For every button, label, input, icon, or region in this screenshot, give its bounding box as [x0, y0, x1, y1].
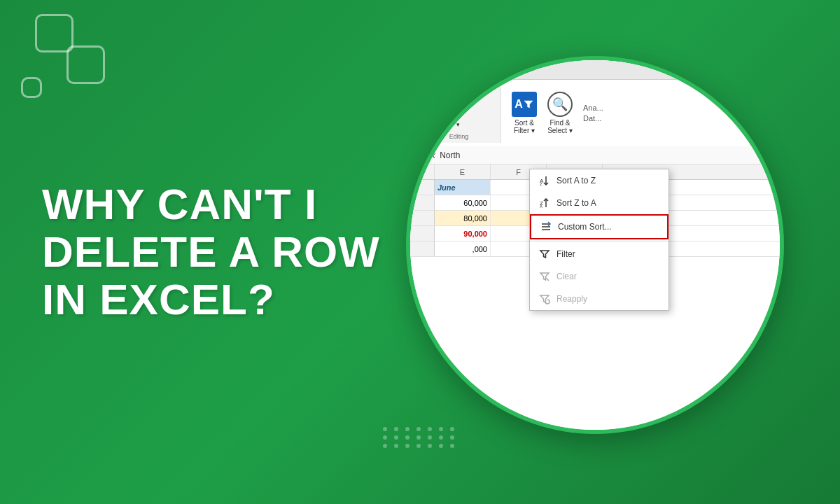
right-section: ew Developer He... Σ AutoSum ▾ ⬇ — [406, 56, 798, 448]
excel-ui: ew Developer He... Σ AutoSum ▾ ⬇ — [410, 60, 780, 430]
menu-sort-az-label: Sort A to Z — [556, 176, 596, 186]
tab-help[interactable]: He... — [493, 63, 523, 77]
excel-circle: ew Developer He... Σ AutoSum ▾ ⬇ — [406, 56, 784, 434]
deco-sq-3 — [21, 77, 42, 98]
ana-dat-group: Ana... Dat... — [583, 104, 603, 122]
menu-item-sort-za[interactable]: Z A Sort Z to A — [530, 192, 668, 214]
svg-text:A: A — [540, 204, 542, 209]
editing-label: Editing — [423, 133, 495, 140]
cell-60k: 60,000 — [435, 195, 491, 210]
formula-bar: ✓ fx North — [410, 146, 780, 164]
row-num-1 — [410, 180, 435, 195]
col-header-e: E — [435, 164, 491, 179]
editing-group: Σ AutoSum ▾ ⬇ Fill ▾ ◆ Clear ▾ — [417, 83, 501, 143]
menu-item-clear: Clear — [530, 265, 668, 288]
menu-clear-label: Clear — [556, 272, 577, 281]
ana-label: Ana... — [583, 104, 603, 112]
deco-sq-1 — [35, 14, 74, 52]
menu-sort-za-label: Sort Z to A — [556, 198, 596, 208]
menu-item-filter[interactable]: Filter — [530, 243, 668, 265]
cell-80k: 80,000 — [435, 211, 491, 225]
tab-ew[interactable]: ew — [417, 63, 441, 77]
sort-filter-icon: A — [512, 92, 537, 117]
ribbon-content: Σ AutoSum ▾ ⬇ Fill ▾ ◆ Clear ▾ — [410, 80, 780, 146]
main-title: WHY CAN'T I DELETE A ROW IN EXCEL? — [42, 181, 406, 324]
deco-sq-2 — [66, 46, 105, 84]
menu-divider-1 — [530, 241, 668, 241]
row-num-3 — [410, 211, 435, 225]
menu-custom-sort-label: Custom Sort... — [558, 222, 612, 232]
find-select-label: Find &Select ▾ — [547, 119, 573, 134]
row-num-5 — [410, 241, 435, 256]
clear-icon: ◆ — [426, 119, 433, 130]
custom-sort-icon — [540, 220, 552, 233]
menu-item-reapply: Reapply — [530, 288, 668, 310]
menu-reapply-label: Reapply — [556, 294, 587, 304]
background: WHY CAN'T I DELETE A ROW IN EXCEL? ew De… — [0, 0, 840, 504]
funnel-icon — [523, 99, 534, 110]
reapply-icon — [538, 293, 551, 305]
autosum-icon: Σ — [426, 88, 431, 99]
ribbon-tabs: ew Developer He... — [410, 60, 780, 80]
dat-label: Dat... — [583, 114, 603, 122]
tab-developer[interactable]: Developer — [442, 63, 491, 77]
find-select-group[interactable]: 🔍 Find &Select ▾ — [547, 92, 573, 134]
menu-filter-label: Filter — [556, 249, 575, 259]
svg-line-9 — [546, 278, 549, 281]
find-select-icon: 🔍 — [547, 92, 573, 117]
fx-label: fx — [428, 150, 435, 160]
fill-btn[interactable]: ⬇ Fill ▾ — [423, 102, 455, 115]
clear-filter-icon — [538, 270, 551, 283]
row-num-4 — [410, 226, 435, 241]
cell-june: June — [435, 180, 491, 195]
menu-item-sort-az[interactable]: A Z Sort A to Z — [530, 169, 668, 192]
sort-az-icon: A Z — [538, 174, 551, 187]
checkmark-icon: ✓ — [416, 150, 424, 161]
filter-icon — [538, 248, 551, 260]
cell-90k: 90,000 — [435, 226, 491, 241]
menu-item-custom-sort[interactable]: Custom Sort... — [530, 214, 668, 239]
clear-btn[interactable]: ◆ Clear ▾ — [423, 118, 463, 131]
fill-icon: ⬇ — [426, 104, 433, 114]
sort-za-icon: Z A — [538, 197, 551, 209]
svg-text:Z: Z — [540, 182, 542, 186]
autosum-btn[interactable]: Σ AutoSum ▾ — [423, 87, 475, 100]
row-num-2 — [410, 195, 435, 210]
sort-filter-label: Sort &Filter ▾ — [514, 119, 535, 134]
dropdown-menu: A Z Sort A to Z Z — [529, 169, 669, 311]
sort-filter-group[interactable]: A Sort &Filter ▾ — [512, 92, 537, 134]
row-num-header — [410, 164, 435, 179]
left-section: WHY CAN'T I DELETE A ROW IN EXCEL? — [42, 181, 406, 324]
cell-000: ,000 — [435, 241, 491, 256]
formula-value: North — [440, 150, 774, 160]
